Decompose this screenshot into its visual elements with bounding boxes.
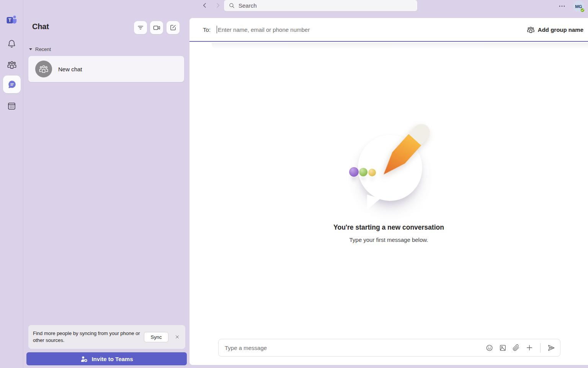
panel-title: Chat — [32, 22, 49, 31]
invite-button-label: Invite to Teams — [91, 356, 133, 362]
group-avatar — [35, 61, 52, 77]
green-ball-graphic — [359, 168, 368, 176]
meet-video-icon — [153, 24, 161, 32]
chevron-down-icon — [29, 48, 32, 50]
chevron-right-icon — [214, 2, 222, 9]
send-button[interactable] — [547, 343, 555, 352]
add-group-name-label: Add group name — [538, 26, 583, 33]
empty-state-subtitle: Type your first message below. — [189, 237, 588, 243]
chat-item-label: New chat — [58, 66, 82, 72]
recent-section-toggle[interactable]: Recent — [29, 46, 51, 52]
recipient-input[interactable] — [218, 26, 527, 33]
nav-back-button[interactable] — [200, 0, 210, 10]
sync-contacts-banner: Find more people by syncing from your ph… — [28, 325, 185, 349]
search-bar[interactable] — [224, 0, 417, 11]
available-check-icon — [581, 9, 584, 12]
sync-banner-text: Find more people by syncing from your ph… — [33, 330, 144, 344]
search-icon — [229, 2, 235, 9]
group-icon — [527, 26, 535, 34]
header-shadow — [212, 43, 588, 49]
group-icon — [39, 64, 49, 74]
person-add-icon — [80, 355, 88, 363]
chevron-left-icon — [201, 2, 209, 9]
chat-list-panel: Chat Recent New chat Find more people by… — [0, 0, 189, 368]
to-label: To: — [203, 26, 211, 33]
text-caret — [217, 26, 217, 33]
profile-avatar[interactable]: MG — [573, 1, 584, 12]
to-recipient-row: To: Add group name — [189, 18, 588, 42]
attach-file-button[interactable] — [512, 343, 520, 352]
sync-button[interactable]: Sync — [144, 332, 168, 342]
send-icon — [547, 343, 555, 352]
invite-to-teams-button[interactable]: Invite to Teams — [26, 352, 187, 365]
emoji-button[interactable] — [485, 343, 493, 352]
emoji-icon — [485, 344, 493, 352]
purple-ball-graphic — [349, 167, 359, 177]
new-chat-icon — [169, 24, 177, 31]
close-icon — [175, 334, 180, 340]
new-conversation-illustration — [346, 130, 433, 213]
filter-chats-button[interactable] — [134, 21, 147, 34]
add-group-name-button[interactable]: Add group name — [527, 26, 583, 34]
more-options-button[interactable] — [557, 2, 567, 11]
nav-forward-button[interactable] — [213, 0, 223, 10]
plus-icon — [525, 343, 534, 352]
dismiss-banner-button[interactable] — [173, 333, 181, 341]
message-input[interactable] — [225, 345, 485, 351]
filter-icon — [137, 24, 144, 31]
meet-now-button[interactable] — [150, 21, 163, 34]
empty-state-title: You're starting a new conversation — [189, 223, 588, 232]
search-input[interactable] — [238, 2, 413, 9]
chat-list-item-new-chat[interactable]: New chat — [28, 56, 184, 82]
message-compose-bar — [218, 339, 560, 356]
compose-divider — [540, 343, 541, 353]
compose-actions — [485, 343, 555, 353]
attach-icon — [512, 344, 520, 352]
yellow-ball-graphic — [368, 169, 376, 176]
presence-available-badge — [580, 8, 585, 13]
more-compose-options-button[interactable] — [525, 343, 534, 352]
new-chat-button[interactable] — [167, 21, 180, 34]
image-icon — [499, 344, 507, 352]
recent-section-label: Recent — [35, 46, 51, 52]
more-dots-icon — [558, 2, 566, 10]
conversation-pane: To: Add group name You're starting a new… — [189, 18, 588, 365]
attach-image-button[interactable] — [498, 343, 507, 352]
